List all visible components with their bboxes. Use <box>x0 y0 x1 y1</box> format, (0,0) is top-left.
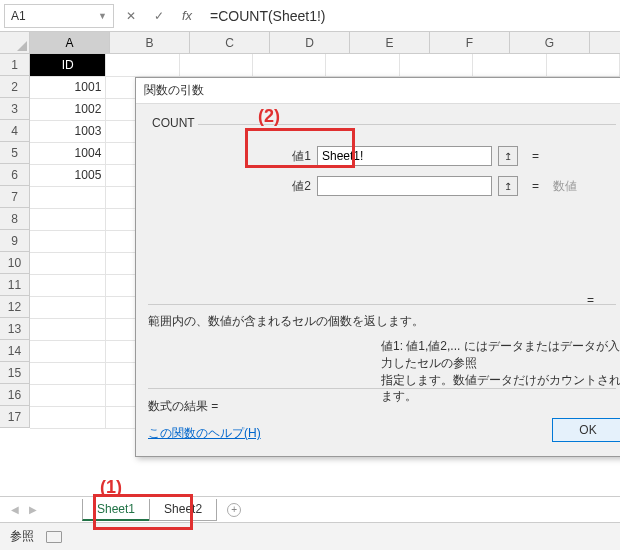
row-header-8[interactable]: 8 <box>0 208 30 230</box>
cell-A11[interactable] <box>30 274 106 296</box>
row-header-12[interactable]: 12 <box>0 296 30 318</box>
row-header-11[interactable]: 11 <box>0 274 30 296</box>
cell-G1[interactable] <box>473 54 546 76</box>
cell-A14[interactable] <box>30 340 106 362</box>
arg2-row: 値2 ↥ = 数値 <box>271 173 577 199</box>
arg2-hint: 数値 <box>553 178 577 195</box>
fx-icon[interactable]: fx <box>176 5 198 27</box>
column-header-H[interactable]: H <box>590 32 620 54</box>
formula-bar: A1 ▼ ✕ ✓ fx =COUNT(Sheet1!) <box>0 0 620 32</box>
fieldset-divider <box>198 124 616 125</box>
cell-A12[interactable] <box>30 296 106 318</box>
help-link[interactable]: この関数のヘルプ(H) <box>148 425 261 442</box>
row-header-5[interactable]: 5 <box>0 142 30 164</box>
cell-A4[interactable]: 1003 <box>30 120 106 142</box>
row-header-2[interactable]: 2 <box>0 76 30 98</box>
arg2-label: 値2 <box>271 178 311 195</box>
row-header-15[interactable]: 15 <box>0 362 30 384</box>
cell-D1[interactable] <box>253 54 326 76</box>
select-all-triangle[interactable] <box>0 32 30 54</box>
annotation-1-label: (1) <box>100 477 122 498</box>
name-box-text: A1 <box>11 9 98 23</box>
row-header-3[interactable]: 3 <box>0 98 30 120</box>
row-header-6[interactable]: 6 <box>0 164 30 186</box>
row-header-14[interactable]: 14 <box>0 340 30 362</box>
arg1-input[interactable] <box>317 146 492 166</box>
function-name-label: COUNT <box>152 116 195 130</box>
enter-icon[interactable]: ✓ <box>148 5 170 27</box>
cell-C1[interactable] <box>179 54 252 76</box>
column-header-C[interactable]: C <box>190 32 270 54</box>
dialog-divider-2 <box>148 388 616 389</box>
dialog-title: 関数の引数 <box>136 78 620 104</box>
cell-A10[interactable] <box>30 252 106 274</box>
column-headers: ABCDEFGH <box>30 32 620 54</box>
arg2-equals: = <box>532 179 539 193</box>
column-header-D[interactable]: D <box>270 32 350 54</box>
tab-nav-next-icon[interactable]: ▶ <box>24 504 42 515</box>
cell-B1[interactable] <box>106 54 179 76</box>
row-header-1[interactable]: 1 <box>0 54 30 76</box>
cancel-icon[interactable]: ✕ <box>120 5 142 27</box>
function-arguments-dialog: 関数の引数 COUNT 値1 ↥ = 値2 ↥ = 数値 = 範囲内の、数値が含… <box>135 77 620 457</box>
cell-A9[interactable] <box>30 230 106 252</box>
sheet-tab-sheet2[interactable]: Sheet2 <box>149 499 217 521</box>
dialog-divider-1 <box>148 304 616 305</box>
tab-nav-prev-icon[interactable]: ◀ <box>6 504 24 515</box>
row-header-10[interactable]: 10 <box>0 252 30 274</box>
cell-A2[interactable]: 1001 <box>30 76 106 98</box>
sheet-tabs-bar: ◀ ▶ Sheet1 Sheet2 + <box>0 496 620 522</box>
cell-F1[interactable] <box>399 54 472 76</box>
column-header-B[interactable]: B <box>110 32 190 54</box>
ok-button[interactable]: OK <box>552 418 620 442</box>
cell-A16[interactable] <box>30 384 106 406</box>
arg1-row: 値1 ↥ = <box>271 143 577 169</box>
formula-result-label: 数式の結果 = <box>148 398 218 415</box>
arg1-label: 値1 <box>271 148 311 165</box>
row-header-4[interactable]: 4 <box>0 120 30 142</box>
cell-A17[interactable] <box>30 406 106 428</box>
row-header-9[interactable]: 9 <box>0 230 30 252</box>
function-arguments: 値1 ↥ = 値2 ↥ = 数値 <box>271 143 577 203</box>
function-description: 範囲内の、数値が含まれるセルの個数を返します。 <box>148 313 424 330</box>
row-headers: 1234567891011121314151617 <box>0 54 30 428</box>
column-header-A[interactable]: A <box>30 32 110 54</box>
cell-A1[interactable]: ID <box>30 54 106 76</box>
cell-A7[interactable] <box>30 186 106 208</box>
arg1-range-selector-icon[interactable]: ↥ <box>498 146 518 166</box>
arg-desc-line1: 値1: 値1,値2,... にはデータまたはデータが入力したセルの参照 <box>381 339 620 370</box>
row-header-7[interactable]: 7 <box>0 186 30 208</box>
arg1-equals: = <box>532 149 539 163</box>
cell-H1[interactable] <box>546 54 619 76</box>
cell-A6[interactable]: 1005 <box>30 164 106 186</box>
name-box-dropdown-icon[interactable]: ▼ <box>98 11 107 21</box>
formula-input[interactable]: =COUNT(Sheet1!) <box>204 4 616 28</box>
arg2-range-selector-icon[interactable]: ↥ <box>498 176 518 196</box>
name-box[interactable]: A1 ▼ <box>4 4 114 28</box>
column-header-E[interactable]: E <box>350 32 430 54</box>
status-mode-text: 参照 <box>10 528 34 545</box>
argument-description: 値1: 値1,値2,... にはデータまたはデータが入力したセルの参照 指定しま… <box>381 338 620 405</box>
cell-A13[interactable] <box>30 318 106 340</box>
cell-A15[interactable] <box>30 362 106 384</box>
cell-A8[interactable] <box>30 208 106 230</box>
cell-A3[interactable]: 1002 <box>30 98 106 120</box>
new-sheet-button[interactable]: + <box>222 499 246 521</box>
status-bar: 参照 <box>0 522 620 550</box>
row-header-13[interactable]: 13 <box>0 318 30 340</box>
column-header-F[interactable]: F <box>430 32 510 54</box>
sheet-tab-sheet1[interactable]: Sheet1 <box>82 499 150 521</box>
row-header-17[interactable]: 17 <box>0 406 30 428</box>
macro-record-icon[interactable] <box>46 531 62 543</box>
plus-icon: + <box>227 503 241 517</box>
cell-E1[interactable] <box>326 54 399 76</box>
column-header-G[interactable]: G <box>510 32 590 54</box>
row-header-16[interactable]: 16 <box>0 384 30 406</box>
cell-A5[interactable]: 1004 <box>30 142 106 164</box>
arg2-input[interactable] <box>317 176 492 196</box>
